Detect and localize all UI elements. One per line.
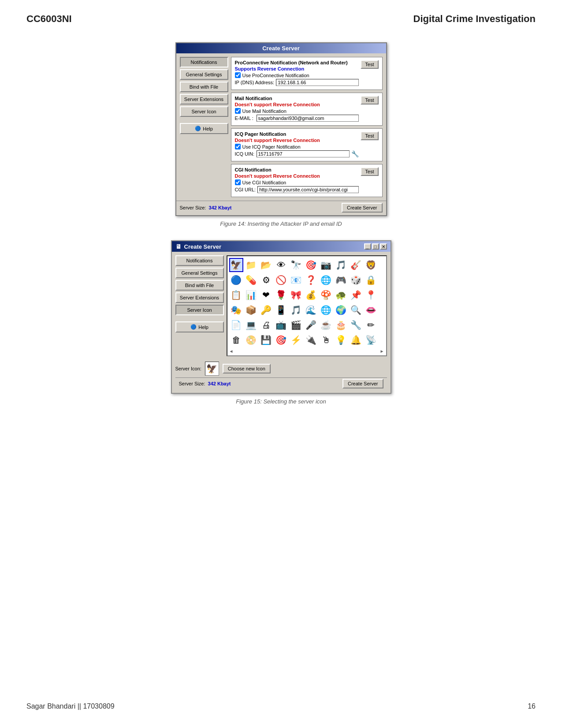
figure-14-caption: Figure 14: Inserting the Attacker IP and… <box>220 220 342 227</box>
icq-test-btn[interactable]: Test <box>361 131 378 140</box>
restore-btn-15[interactable]: □ <box>372 243 379 250</box>
sidebar-server-extensions-15[interactable]: Server Extensions <box>175 292 224 303</box>
icon-cell[interactable]: 🎤 <box>304 318 318 332</box>
create-server-btn-15[interactable]: Create Server <box>342 379 383 388</box>
sidebar-general-settings-14[interactable]: General Settings <box>180 69 228 80</box>
cgi-inner: CGI Notification Doesn't support Reverse… <box>235 167 359 194</box>
icon-cell[interactable]: 🌐 <box>319 273 333 287</box>
minimize-btn-15[interactable]: _ <box>364 243 371 250</box>
proconnective-test-btn[interactable]: Test <box>361 60 378 69</box>
uin-input[interactable] <box>257 150 350 157</box>
sidebar-server-icon-14[interactable]: Server Icon <box>180 106 228 117</box>
icon-cell[interactable]: 🎲 <box>349 273 363 287</box>
icon-cell[interactable]: 📁 <box>244 258 258 272</box>
sidebar-notifications-14[interactable]: Notifications <box>180 57 228 67</box>
icon-cell[interactable]: 📀 <box>244 333 258 347</box>
icon-cell[interactable]: 🔑 <box>259 303 273 317</box>
mail-test-btn[interactable]: Test <box>361 96 378 105</box>
choose-new-icon-btn[interactable]: Choose new Icon <box>223 364 271 373</box>
icon-cell[interactable]: 💊 <box>244 273 258 287</box>
icon-cell[interactable]: ✏ <box>364 318 378 332</box>
mail-checkbox-label: Use Mail Notification <box>242 108 287 114</box>
cgi-url-input[interactable] <box>257 186 359 193</box>
icon-cell[interactable]: 📡 <box>364 333 378 347</box>
icon-cell[interactable]: 🗑 <box>229 333 243 347</box>
icon-cell[interactable]: 📌 <box>349 288 363 302</box>
course-title: Digital Crime Investigation <box>413 13 536 25</box>
mail-checkbox[interactable] <box>235 108 241 114</box>
icon-cell[interactable]: 💰 <box>304 288 318 302</box>
icon-cell[interactable]: 🎭 <box>229 303 243 317</box>
icon-cell[interactable]: 👄 <box>364 303 378 317</box>
icon-cell[interactable]: 🌐 <box>319 303 333 317</box>
icon-cell[interactable]: 🎵 <box>334 258 348 272</box>
cgi-test-btn[interactable]: Test <box>361 167 378 176</box>
cgi-checkbox[interactable] <box>235 179 241 185</box>
icon-cell[interactable]: 🐢 <box>334 288 348 302</box>
icon-cell[interactable]: 🔌 <box>304 333 318 347</box>
icon-cell[interactable]: 🎬 <box>289 318 303 332</box>
icon-cell[interactable]: 📄 <box>229 318 243 332</box>
icon-cell[interactable]: 📂 <box>259 258 273 272</box>
icon-cell[interactable]: 💻 <box>244 318 258 332</box>
icon-cell[interactable]: 🎂 <box>334 318 348 332</box>
icon-cell[interactable]: 🍄 <box>319 288 333 302</box>
sidebar-bind-with-file-14[interactable]: Bind with File <box>180 82 228 92</box>
icq-checkbox[interactable] <box>235 144 241 149</box>
icon-cell[interactable]: ⚡ <box>289 333 303 347</box>
cgi-title: CGI Notification <box>235 167 359 172</box>
icon-cell[interactable]: 📋 <box>229 288 243 302</box>
icon-cell[interactable]: 🎵 <box>289 303 303 317</box>
sidebar-general-settings-15[interactable]: General Settings <box>175 268 224 278</box>
icon-cell[interactable]: 🔔 <box>349 333 363 347</box>
icon-cell[interactable]: 🖱 <box>319 333 333 347</box>
icon-cell[interactable]: 🦅 <box>229 258 243 272</box>
icon-cell[interactable]: ⚙ <box>259 273 273 287</box>
icon-cell[interactable]: 📍 <box>364 288 378 302</box>
icon-cell[interactable]: 🌊 <box>304 303 318 317</box>
icon-cell[interactable]: 🎸 <box>349 258 363 272</box>
icon-cell[interactable]: 🔭 <box>289 258 303 272</box>
figure-15-container: 🖥 Create Server _ □ ✕ Notifications Gene… <box>0 240 562 405</box>
icon-cell[interactable]: 📱 <box>274 303 288 317</box>
icon-cell[interactable]: ❤ <box>259 288 273 302</box>
icon-cell[interactable]: 💾 <box>259 333 273 347</box>
icon-cell[interactable]: ❓ <box>304 273 318 287</box>
icon-cell[interactable]: 📧 <box>289 273 303 287</box>
sidebar-server-icon-15[interactable]: Server Icon <box>175 305 224 315</box>
icon-cell[interactable]: 📷 <box>319 258 333 272</box>
create-server-btn-14[interactable]: Create Server <box>342 203 382 213</box>
icon-cell[interactable]: 💡 <box>334 333 348 347</box>
proconnective-section: ProConnective Notification (Network and … <box>231 57 383 90</box>
icon-cell[interactable]: 🔵 <box>229 273 243 287</box>
icon-cell[interactable]: ☕ <box>319 318 333 332</box>
icon-cell[interactable]: 🔧 <box>349 318 363 332</box>
sidebar-notifications-15[interactable]: Notifications <box>175 255 224 266</box>
icon-cell[interactable]: 🎀 <box>289 288 303 302</box>
sidebar-bind-with-file-15[interactable]: Bind with File <box>175 280 224 291</box>
icon-cell[interactable]: 📦 <box>244 303 258 317</box>
icon-cell[interactable]: 👁 <box>274 258 288 272</box>
icon-cell[interactable]: 📺 <box>274 318 288 332</box>
icon-cell[interactable]: 📊 <box>244 288 258 302</box>
help-button-15[interactable]: 🔵 Help <box>175 321 224 332</box>
icon-cell[interactable]: 🦁 <box>364 258 378 272</box>
window-bottom-15: Server Size: 342 Kbayt Create Server <box>175 377 387 390</box>
help-button-14[interactable]: 🔵 Help <box>180 123 228 134</box>
icon-cell[interactable]: 🖨 <box>259 318 273 332</box>
icon-cell[interactable]: 🚫 <box>274 273 288 287</box>
icon-cell[interactable]: 🎯 <box>274 333 288 347</box>
icon-cell[interactable]: 🔒 <box>364 273 378 287</box>
ip-input[interactable] <box>276 79 359 86</box>
icon-cell[interactable]: 🎮 <box>334 273 348 287</box>
uin-row: ICQ UIN: 🔧 <box>235 150 359 157</box>
sidebar-server-extensions-14[interactable]: Server Extensions <box>180 94 228 105</box>
icon-cell[interactable]: 🌍 <box>334 303 348 317</box>
icon-cell[interactable]: 🔍 <box>349 303 363 317</box>
icon-cell[interactable]: 🎯 <box>304 258 318 272</box>
proconnective-checkbox[interactable] <box>235 72 241 78</box>
ip-label: IP (DNS) Address: <box>235 80 275 85</box>
close-btn-15[interactable]: ✕ <box>380 243 387 250</box>
email-input[interactable] <box>257 115 359 122</box>
icon-cell[interactable]: 🌹 <box>274 288 288 302</box>
